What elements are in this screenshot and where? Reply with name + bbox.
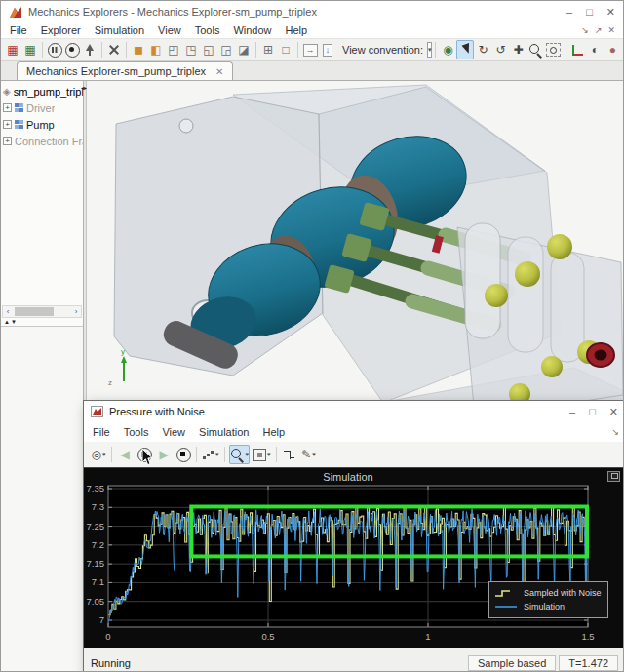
tab-mechanics-explorer[interactable]: Mechanics Explorer-sm_pump_triplex ✕ xyxy=(17,61,233,80)
expand-icon[interactable]: + xyxy=(3,120,12,129)
view-back-button[interactable]: ◳ xyxy=(182,40,200,59)
expand-icon[interactable]: + xyxy=(3,103,12,112)
svg-text:0: 0 xyxy=(105,631,110,642)
model-broadcast-icon[interactable] xyxy=(81,40,98,59)
scope-dock-icon[interactable]: ↘ xyxy=(611,427,619,437)
view-bottom-button[interactable]: ◲ xyxy=(217,40,235,59)
menu-item-help[interactable]: Help xyxy=(279,24,315,36)
scroll-right-icon[interactable]: › xyxy=(71,307,81,316)
save-explorer-red-icon[interactable]: ▦ xyxy=(4,40,21,59)
menu-item-file[interactable]: File xyxy=(3,24,34,36)
show-frames-button[interactable] xyxy=(568,40,586,59)
scope-menubar: FileToolsViewSimulationHelp ↘ xyxy=(84,422,624,442)
plot-title: Simulation xyxy=(108,471,588,483)
menu-item-simulation[interactable]: Simulation xyxy=(88,24,151,36)
zoom-region-tool-button[interactable] xyxy=(544,40,562,59)
model-tree-panel: ◈sm_pump_triplex+Driver+Pump+Connection … xyxy=(1,81,84,671)
dock-right-button[interactable]: → xyxy=(301,40,319,59)
close-panel-icon[interactable]: ✕ xyxy=(607,25,615,35)
stop-button[interactable] xyxy=(175,445,192,464)
step-back-button[interactable]: ◀ xyxy=(116,445,134,464)
outlet-seal xyxy=(587,343,614,367)
close-button[interactable]: ✕ xyxy=(606,7,615,18)
view-dimetric-button[interactable]: ◧ xyxy=(147,40,165,59)
zoom-button[interactable]: ▾ xyxy=(229,445,251,464)
save-explorer-green-icon[interactable]: ▦ xyxy=(21,40,39,59)
legend-entry-simulation: Simulation xyxy=(494,602,603,612)
stepping-options-button[interactable]: ▾ xyxy=(201,445,220,464)
menu-item-window[interactable]: Window xyxy=(226,24,278,36)
measurements-button[interactable]: ✎▾ xyxy=(300,445,318,464)
scope-menu-item-simulation[interactable]: Simulation xyxy=(192,426,255,438)
menu-item-explorer[interactable]: Explorer xyxy=(34,24,88,36)
tab-label: Mechanics Explorer-sm_pump_triplex xyxy=(26,65,206,77)
scope-settings-button[interactable]: ◎▾ xyxy=(90,445,107,464)
panel-splitter[interactable]: ▲▼ xyxy=(1,318,83,327)
menu-item-view[interactable]: View xyxy=(151,24,188,36)
pan-tool-button[interactable]: ✚ xyxy=(509,40,526,59)
view-isometric-button[interactable]: ◼ xyxy=(130,40,147,59)
stop-animation-button[interactable] xyxy=(63,40,81,59)
expand-icon[interactable]: + xyxy=(3,137,12,145)
tree-item-label: Driver xyxy=(26,102,55,114)
svg-text:7.15: 7.15 xyxy=(87,558,105,569)
split-view-button[interactable]: ⊞ xyxy=(259,40,277,59)
plot-legend[interactable]: Sampled with NoiseSimulation xyxy=(488,581,608,618)
expand-plot-button[interactable] xyxy=(607,471,620,482)
view-corner-button[interactable]: ◪ xyxy=(235,40,253,59)
menu-item-tools[interactable]: Tools xyxy=(188,24,227,36)
dock-down-button[interactable]: ↓ xyxy=(319,40,336,59)
main-menubar: FileExplorerSimulationViewToolsWindowHel… xyxy=(1,22,623,38)
matlab-logo-icon xyxy=(9,6,22,19)
scope-menu-item-tools[interactable]: Tools xyxy=(117,426,156,438)
maximize-button[interactable]: □ xyxy=(586,7,593,18)
step-forward-button[interactable]: ▶ xyxy=(155,445,173,464)
main-toolbar: ▦▦◼◧◰◳◱◲◪⊞□→↓ View convention: ▾ ◉↻↺✚◐●▾ xyxy=(1,38,623,61)
scrollbar-thumb[interactable] xyxy=(15,307,54,316)
tree-item-driver[interactable]: +Driver xyxy=(1,99,83,116)
scope-maximize-button[interactable]: □ xyxy=(589,407,596,417)
world-axis-triad: y z xyxy=(108,347,127,387)
scope-window: Pressure with Noise – □ ✕ FileToolsViewS… xyxy=(84,401,624,672)
fit-view-button[interactable]: ▾ xyxy=(252,445,272,464)
scope-close-button[interactable]: ✕ xyxy=(609,407,618,417)
fit-to-view-button[interactable] xyxy=(105,40,123,59)
view-globe-button[interactable]: ◐ xyxy=(586,40,604,59)
scope-minimize-button[interactable]: – xyxy=(569,407,575,417)
pump-head xyxy=(457,223,623,417)
tree-horizontal-scrollbar[interactable]: ‹ › xyxy=(2,305,82,318)
zoom-tool-button[interactable] xyxy=(526,40,544,59)
orbit-tool-button[interactable]: ↻ xyxy=(474,40,491,59)
minimize-button[interactable]: – xyxy=(566,7,572,18)
select-tool-button[interactable] xyxy=(456,40,474,59)
tree-item-pump[interactable]: +Pump xyxy=(1,116,83,133)
scope-toolbar: ◎▾◀▶▾▾▾✎▾ xyxy=(84,442,624,468)
svg-text:1.5: 1.5 xyxy=(581,631,594,642)
roll-tool-button[interactable]: ↺ xyxy=(491,40,509,59)
pause-animation-button[interactable] xyxy=(46,40,63,59)
dock-corner-icon[interactable]: ↘ xyxy=(581,25,589,35)
svg-text:7.25: 7.25 xyxy=(87,521,105,532)
main-title-bar[interactable]: Mechanics Explorers - Mechanics Explorer… xyxy=(1,1,623,22)
tree-item-connection-frames[interactable]: +Connection Frames xyxy=(1,133,83,149)
scope-title-bar[interactable]: Pressure with Noise – □ ✕ xyxy=(84,401,624,422)
tree-item-sm-pump-triplex[interactable]: ◈sm_pump_triplex xyxy=(1,83,83,99)
scope-menu-item-help[interactable]: Help xyxy=(255,426,292,438)
view-top-button[interactable]: ◱ xyxy=(200,40,217,59)
svg-text:7: 7 xyxy=(99,614,104,625)
scope-plot-area[interactable]: Simulation 77.057.17.157.27.257.37.3500.… xyxy=(84,468,624,648)
trigger-button[interactable] xyxy=(281,445,298,464)
render-mode-button[interactable]: ● xyxy=(604,40,621,59)
undock-corner-icon[interactable]: ↗ xyxy=(595,25,603,35)
tab-close-icon[interactable]: ✕ xyxy=(215,66,223,77)
tree-item-label: Connection Frames xyxy=(15,136,83,147)
scope-menu-item-file[interactable]: File xyxy=(86,426,117,438)
svg-text:7.35: 7.35 xyxy=(87,483,105,494)
scope-menu-item-view[interactable]: View xyxy=(155,426,192,438)
single-view-button[interactable]: □ xyxy=(277,40,294,59)
status-mode: Sample based xyxy=(468,655,556,671)
camera-button[interactable]: ◉ xyxy=(439,40,456,59)
scroll-left-icon[interactable]: ‹ xyxy=(3,307,13,316)
svg-text:1: 1 xyxy=(425,631,430,642)
view-front-button[interactable]: ◰ xyxy=(165,40,182,59)
